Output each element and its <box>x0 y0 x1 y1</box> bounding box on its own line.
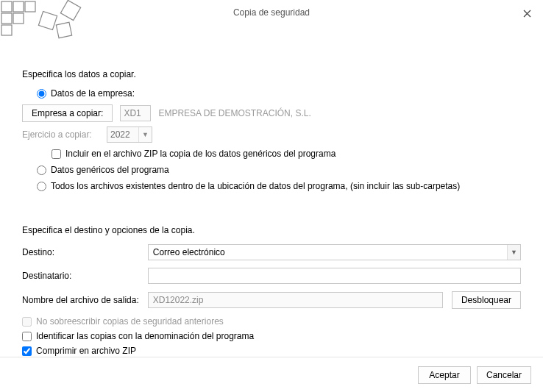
window-title: Copia de seguridad <box>233 7 310 18</box>
accept-button[interactable]: Aceptar <box>418 366 471 384</box>
checkbox-include-generic-label: Incluir en el archivo ZIP la copia de lo… <box>65 149 336 159</box>
year-select[interactable]: 2022 ▼ <box>107 126 152 143</box>
radio-generic-label: Datos genéricos del programa <box>51 165 169 175</box>
titlebar: Copia de seguridad <box>0 0 543 25</box>
checkbox-identify-label: Identificar las copias con la denominaci… <box>36 331 254 341</box>
radio-company-data[interactable]: Datos de la empresa: <box>37 88 521 99</box>
dialog-footer: Aceptar Cancelar <box>0 357 543 392</box>
section1-header: Especifica los datos a copiar. <box>22 69 521 79</box>
radio-all-files-input[interactable] <box>37 182 46 191</box>
radio-generic-data[interactable]: Datos genéricos del programa <box>37 165 521 175</box>
company-to-copy-button[interactable]: Empresa a copiar: <box>22 104 113 122</box>
checkbox-identify-input[interactable] <box>22 332 32 341</box>
recipient-input[interactable] <box>148 268 521 284</box>
radio-company-label: Datos de la empresa: <box>51 88 135 99</box>
check-include-generic[interactable]: Incluir en el archivo ZIP la copia de lo… <box>52 149 521 159</box>
chevron-down-icon: ▼ <box>138 127 152 142</box>
radio-all-files[interactable]: Todos los archivos existentes dentro de … <box>37 181 521 191</box>
checkbox-include-generic-input[interactable] <box>52 149 61 159</box>
check-no-overwrite: No sobreescribir copias de seguridad ant… <box>22 316 521 327</box>
outfile-input <box>148 292 443 308</box>
check-identify[interactable]: Identificar las copias con la denominaci… <box>22 331 521 341</box>
company-name-label: EMPRESA DE DEMOSTRACIÓN, S.L. <box>158 108 310 118</box>
recipient-label: Destinatario: <box>22 271 139 281</box>
checkbox-zip-label: Comprimir en archivo ZIP <box>36 346 136 356</box>
cancel-button[interactable]: Cancelar <box>477 366 531 384</box>
destination-value: Correo electrónico <box>149 247 507 257</box>
company-code-field: XD1 <box>120 105 151 121</box>
checkbox-no-overwrite-label: No sobreescribir copias de seguridad ant… <box>36 316 224 327</box>
year-value: 2022 <box>107 129 138 140</box>
radio-generic-input[interactable] <box>37 165 46 175</box>
radio-all-files-label: Todos los archivos existentes dentro de … <box>51 181 460 191</box>
checkbox-zip-input[interactable] <box>22 346 32 356</box>
section2-header: Especifica el destino y opciones de la c… <box>22 225 521 235</box>
destination-combo[interactable]: Correo electrónico ▼ <box>148 244 521 260</box>
check-zip[interactable]: Comprimir en archivo ZIP <box>22 346 521 356</box>
destination-label: Destino: <box>22 247 139 257</box>
year-to-copy-label: Ejercicio a copiar: <box>22 129 99 140</box>
checkbox-no-overwrite-input <box>22 317 32 327</box>
unlock-button[interactable]: Desbloquear <box>452 291 521 309</box>
close-button[interactable] <box>518 4 536 22</box>
outfile-label: Nombre del archivo de salida: <box>22 295 139 305</box>
radio-company-input[interactable] <box>37 89 46 99</box>
chevron-down-icon: ▼ <box>507 245 520 260</box>
